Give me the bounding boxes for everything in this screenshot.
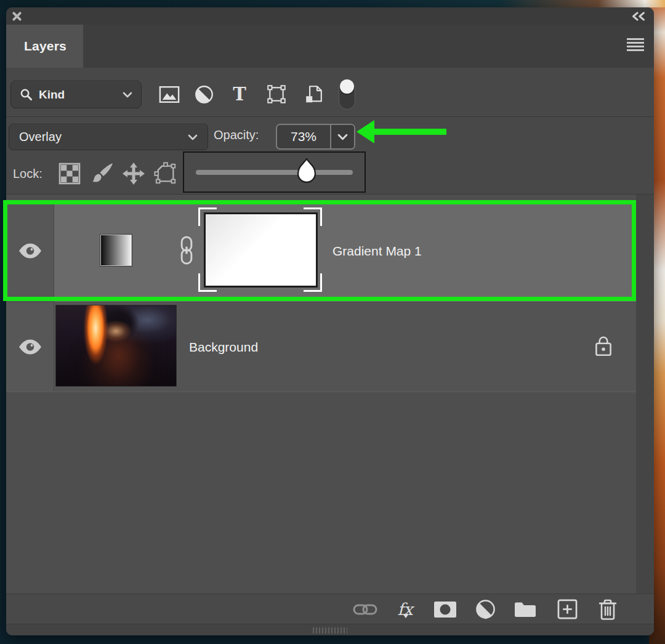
tab-layers-label: Layers xyxy=(24,39,66,54)
mask-selection-bracket xyxy=(198,207,217,226)
collapse-panel-icon[interactable] xyxy=(631,12,646,21)
background-layer-thumbnail[interactable] xyxy=(55,305,177,387)
visibility-column xyxy=(6,302,54,392)
lock-position-icon[interactable] xyxy=(122,162,145,185)
type-glyph: T xyxy=(233,86,246,103)
layer-name-gradient-map[interactable]: Gradient Map 1 xyxy=(332,200,422,302)
eye-icon[interactable] xyxy=(18,243,42,259)
mask-link-icon[interactable] xyxy=(177,235,196,265)
link-layers-icon[interactable] xyxy=(352,594,379,624)
filter-toggle-knob xyxy=(340,79,354,94)
blend-mode-dropdown[interactable]: Overlay xyxy=(9,124,208,150)
opacity-control: 73% xyxy=(276,124,355,150)
pixel-layer-filter-icon[interactable] xyxy=(159,84,180,104)
tab-layers[interactable]: Layers xyxy=(6,25,83,68)
panel-bottom-edge xyxy=(6,624,654,635)
mask-selection-bracket xyxy=(198,273,217,292)
new-adjustment-layer-icon[interactable] xyxy=(472,594,499,624)
layer-name-background[interactable]: Background xyxy=(189,302,258,392)
add-layer-mask-icon[interactable] xyxy=(432,594,459,624)
gradient-map-thumbnail[interactable] xyxy=(100,235,132,266)
type-layer-filter-icon[interactable]: T xyxy=(229,84,250,104)
chevron-down-icon xyxy=(188,134,198,140)
panel-toolbar: fx xyxy=(6,594,654,624)
blend-mode-value: Overlay xyxy=(19,130,188,144)
layer-effects-icon[interactable]: fx xyxy=(392,594,419,624)
panel-menu-icon[interactable] xyxy=(627,38,644,51)
new-layer-icon[interactable] xyxy=(554,594,581,624)
layer-mask-white xyxy=(204,212,318,288)
opacity-value-field[interactable]: 73% xyxy=(277,125,330,148)
shape-layer-filter-icon[interactable] xyxy=(266,84,287,104)
layers-panel: Layers Kind T xyxy=(6,7,654,635)
mask-selection-bracket xyxy=(304,207,322,226)
adjustment-layer-filter-icon[interactable] xyxy=(193,84,214,104)
lock-label: Lock: xyxy=(13,153,42,195)
smart-object-filter-icon[interactable] xyxy=(303,84,324,104)
opacity-slider-popup xyxy=(183,151,366,193)
background-photo-top xyxy=(0,0,665,7)
lock-transparent-pixels-icon[interactable] xyxy=(58,162,81,185)
search-icon xyxy=(20,88,33,101)
panel-header-bar xyxy=(6,7,654,25)
tab-strip: Layers xyxy=(6,25,654,68)
opacity-slider-handle[interactable] xyxy=(296,157,318,185)
mask-selection-bracket xyxy=(304,273,322,292)
new-group-icon[interactable] xyxy=(512,594,539,624)
prevent-autonesting-icon[interactable] xyxy=(154,162,177,185)
layer-mask-thumbnail[interactable] xyxy=(198,207,322,292)
filter-kind-dropdown[interactable]: Kind xyxy=(10,81,142,108)
filter-kind-label: Kind xyxy=(39,88,123,102)
filter-bar: Kind T xyxy=(6,68,654,117)
opacity-slider-track[interactable] xyxy=(196,170,353,175)
blend-bar: Overlay Opacity: 73% xyxy=(6,118,654,153)
layer-row-gradient-map[interactable]: Gradient Map 1 xyxy=(6,200,636,302)
close-icon[interactable] xyxy=(12,11,22,22)
lock-image-pixels-icon[interactable] xyxy=(91,162,115,185)
eye-icon[interactable] xyxy=(18,339,42,355)
filter-toggle[interactable] xyxy=(339,79,355,110)
chevron-down-icon xyxy=(123,92,132,98)
opacity-dropdown-button[interactable] xyxy=(330,125,354,148)
layer-row-background[interactable]: Background xyxy=(6,302,636,392)
layer-list-gutter xyxy=(636,195,654,594)
opacity-label: Opacity: xyxy=(214,118,259,153)
visibility-column xyxy=(6,200,54,302)
delete-layer-icon[interactable] xyxy=(594,594,621,624)
adjustment-flyout-triangle xyxy=(483,615,489,619)
layer-lock-icon[interactable] xyxy=(592,334,615,358)
fx-flyout-triangle xyxy=(403,614,409,618)
resize-grip[interactable] xyxy=(313,627,347,634)
